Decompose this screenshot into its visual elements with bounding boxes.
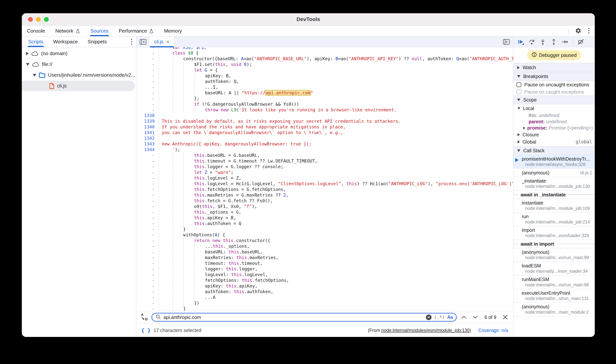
tree-item--no-domain-[interactable]: (no domain) bbox=[22, 48, 136, 59]
gutter-line-number[interactable]: - bbox=[136, 90, 159, 96]
sidebar-tab-snippets[interactable]: Snippets bbox=[83, 37, 112, 47]
regex-toggle-icon[interactable]: (.*) bbox=[434, 315, 445, 320]
scope-local[interactable]: Local bbox=[513, 104, 595, 112]
clear-search-icon[interactable]: ✕ bbox=[426, 314, 432, 320]
chevron-down-icon[interactable] bbox=[26, 63, 29, 66]
gear-icon[interactable] bbox=[575, 27, 581, 35]
scope-var-this[interactable]: this: undefined bbox=[513, 112, 595, 118]
gutter-line-number[interactable]: 1340 bbox=[136, 124, 159, 130]
tab-memory[interactable]: Memory bbox=[159, 26, 187, 36]
gutter-line-number[interactable]: - bbox=[136, 266, 159, 272]
tab-cli-js[interactable]: cli.js × bbox=[150, 37, 174, 47]
gutter-line-number[interactable]: - bbox=[136, 192, 159, 198]
close-search-icon[interactable] bbox=[501, 315, 509, 320]
gutter-line-number[interactable]: - bbox=[136, 73, 159, 78]
section-scope[interactable]: Scope bbox=[513, 95, 595, 104]
gutter-line-number[interactable]: 1339 bbox=[136, 118, 159, 124]
section-call-stack[interactable]: Call Stack bbox=[513, 146, 595, 155]
match-case-toggle-icon[interactable]: Aa bbox=[447, 315, 453, 320]
gutter-line-number[interactable]: - bbox=[136, 204, 159, 209]
replace-toggle-icon[interactable]: AB bbox=[140, 312, 149, 322]
gutter-line-number[interactable]: - bbox=[136, 277, 159, 283]
pause-caught-checkbox[interactable] bbox=[517, 89, 521, 94]
call-stack-frame[interactable]: (anonymous)node:internal/m...es/run_main… bbox=[513, 248, 595, 262]
gutter-line-number[interactable]: - bbox=[136, 238, 159, 243]
pause-uncaught-row[interactable]: Pause on uncaught exceptions bbox=[513, 81, 595, 88]
tree-item-file-[interactable]: file:// bbox=[22, 59, 136, 70]
pause-uncaught-checkbox[interactable] bbox=[517, 82, 521, 87]
coverage-link[interactable]: Coverage: n/a bbox=[478, 328, 508, 333]
gutter-line-number[interactable]: - bbox=[136, 169, 159, 175]
tab-network[interactable]: Network bbox=[50, 26, 85, 36]
call-stack-frame[interactable]: promiseInitHookWithDestroyTr...node:inte… bbox=[513, 155, 595, 169]
gutter-line-number[interactable]: - bbox=[136, 47, 159, 50]
gutter-line-number[interactable]: - bbox=[136, 198, 159, 204]
call-stack-frame[interactable]: runnode:internal/m...module_job:214 bbox=[513, 213, 595, 226]
call-stack-frame[interactable]: instantiatenode:internal/m...module_job:… bbox=[513, 199, 595, 213]
pause-caught-row[interactable]: Pause on caught exceptions bbox=[513, 88, 595, 95]
gutter-line-number[interactable]: - bbox=[136, 215, 159, 221]
gutter-line-number[interactable]: - bbox=[136, 101, 159, 107]
gutter-line-number[interactable]: - bbox=[136, 300, 159, 306]
search-input[interactable]: api.anthropic.com ✕ (.*) Aa bbox=[152, 313, 457, 322]
close-tab-icon[interactable]: × bbox=[167, 39, 169, 44]
gutter-line-number[interactable]: - bbox=[136, 289, 159, 295]
gutter-line-number[interactable]: - bbox=[136, 260, 159, 266]
gutter-line-number[interactable]: 1342 bbox=[136, 135, 159, 141]
gutter-line-number[interactable]: - bbox=[136, 96, 159, 101]
gutter-line-number[interactable]: - bbox=[136, 153, 159, 158]
search-value[interactable]: api.anthropic.com bbox=[164, 314, 423, 320]
gutter-line-number[interactable]: - bbox=[136, 249, 159, 255]
tree-item-cli-js[interactable]: cli.js bbox=[22, 80, 136, 91]
gutter-line-number[interactable]: - bbox=[136, 243, 159, 249]
gutter-line-number[interactable]: - bbox=[136, 181, 159, 187]
call-stack-frame[interactable]: (anonymous)cli.js:1 bbox=[513, 169, 595, 177]
next-match-icon[interactable] bbox=[471, 315, 479, 319]
scope-var-promise[interactable]: promise: Promise {<pending>} bbox=[513, 125, 595, 131]
tree-item-users-jinhuilee-nvm-versions-node-v2-[interactable]: Users/jinhuilee/.nvm/versions/node/v2... bbox=[22, 70, 136, 80]
resume-icon[interactable] bbox=[518, 39, 524, 45]
step-icon[interactable] bbox=[561, 39, 568, 45]
gutter-line-number[interactable]: 1344 bbox=[136, 147, 159, 153]
hide-navigator-icon[interactable] bbox=[136, 37, 150, 47]
call-stack-frame[interactable]: runMainESMnode:internal/m...es/run_main:… bbox=[513, 275, 595, 289]
gutter-line-number[interactable]: - bbox=[136, 107, 159, 113]
call-stack-frame[interactable]: loadESMnode:internal/p.../esm_loader:34 bbox=[513, 262, 595, 275]
sidebar-tab-workspace[interactable]: Workspace bbox=[48, 37, 83, 47]
gutter-line-number[interactable]: - bbox=[136, 209, 159, 215]
gutter-line-number[interactable]: - bbox=[136, 306, 159, 311]
gutter-line-number[interactable]: - bbox=[136, 62, 159, 67]
gutter-line-number[interactable]: - bbox=[136, 295, 159, 300]
section-breakpoints[interactable]: Breakpoints bbox=[513, 72, 595, 81]
gutter-line-number[interactable]: 1343 bbox=[136, 141, 159, 147]
call-stack-frame[interactable]: (anonymous)node:internal/m...main_module… bbox=[513, 303, 595, 316]
gutter-line-number[interactable]: - bbox=[136, 283, 159, 289]
call-stack-frame[interactable]: importnode:internal/m...esm/loader:329 bbox=[513, 226, 595, 240]
step-into-icon[interactable] bbox=[540, 39, 546, 45]
gutter-line-number[interactable]: - bbox=[136, 78, 159, 84]
step-out-icon[interactable] bbox=[551, 39, 557, 45]
gutter-line-number[interactable]: - bbox=[136, 187, 159, 192]
call-stack-frame[interactable]: _instantiatenode:internal/m...module_job… bbox=[513, 177, 595, 191]
scope-var-parent[interactable]: parent: undefined bbox=[513, 118, 595, 125]
gutter-line-number[interactable]: - bbox=[136, 221, 159, 226]
gutter-line-number[interactable]: - bbox=[136, 226, 159, 232]
gutter-line-number[interactable]: - bbox=[136, 84, 159, 90]
gutter-line-number[interactable]: - bbox=[136, 56, 159, 62]
code-editor[interactable]: - var X50, $F1;- class $8 {- constructor… bbox=[136, 47, 513, 311]
chevron-down-icon[interactable] bbox=[33, 74, 36, 77]
gutter-line-number[interactable]: 1338 bbox=[136, 113, 159, 118]
chevron-right-icon[interactable] bbox=[26, 52, 29, 55]
section-watch[interactable]: Watch bbox=[513, 63, 595, 72]
gutter-line-number[interactable]: - bbox=[136, 164, 159, 169]
step-over-icon[interactable] bbox=[529, 39, 535, 45]
gutter-line-number[interactable]: - bbox=[136, 175, 159, 181]
gutter-line-number[interactable]: - bbox=[136, 232, 159, 238]
source-origin-link[interactable]: node:internal/modules/esm/module_job:130 bbox=[381, 328, 470, 333]
kebab-menu-icon[interactable] bbox=[588, 27, 590, 35]
deactivate-breakpoints-icon[interactable] bbox=[577, 39, 584, 45]
call-stack-frame[interactable]: executeUserEntryPointnode:internal/m...s… bbox=[513, 289, 595, 303]
previous-match-icon[interactable] bbox=[460, 315, 468, 319]
gutter-line-number[interactable]: - bbox=[136, 255, 159, 260]
navigator-kebab-menu-icon[interactable] bbox=[131, 37, 132, 47]
